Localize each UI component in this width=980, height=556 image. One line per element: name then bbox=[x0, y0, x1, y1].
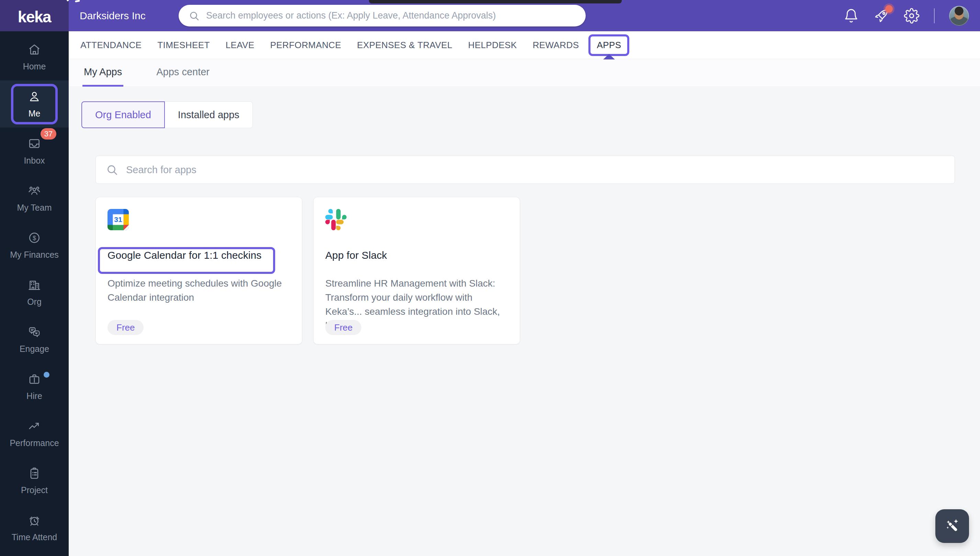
engage-icon bbox=[27, 325, 41, 339]
whats-new-rocket-icon[interactable] bbox=[874, 8, 889, 24]
project-clipboard-icon bbox=[27, 466, 41, 480]
app-card-slack[interactable]: App for Slack Streamline HR Management w… bbox=[313, 197, 520, 344]
hire-notification-dot bbox=[44, 372, 50, 378]
home-icon bbox=[27, 43, 41, 57]
apps-subnav: My Apps Apps center bbox=[69, 59, 980, 87]
sidebar-item-label: Org bbox=[27, 297, 42, 307]
topbar-actions bbox=[843, 0, 969, 31]
team-icon bbox=[27, 184, 41, 197]
sidebar-item-label: Me bbox=[29, 108, 40, 118]
screen-overlay-strip bbox=[369, 0, 622, 3]
slack-icon bbox=[325, 209, 347, 230]
keka-logo[interactable]: keka bbox=[0, 0, 69, 31]
tab-expenses-travel[interactable]: EXPENSES & TRAVEL bbox=[357, 40, 452, 50]
tab-apps[interactable]: APPS bbox=[588, 34, 629, 56]
tab-attendance[interactable]: ATTENDANCE bbox=[81, 40, 142, 50]
apps-filter-segmented: Org Enabled Installed apps bbox=[81, 101, 253, 128]
sidebar-item-home[interactable]: Home bbox=[0, 33, 69, 81]
performance-trend-icon bbox=[27, 419, 41, 433]
price-badge: Free bbox=[325, 320, 361, 335]
sidebar-item-label: Performance bbox=[10, 438, 59, 448]
search-icon bbox=[188, 10, 200, 22]
google-calendar-icon: 31 bbox=[108, 209, 129, 230]
sidebar-item-inbox[interactable]: 37 Inbox bbox=[0, 128, 69, 175]
app-card-title: App for Slack bbox=[325, 249, 508, 261]
topbar: keka Darksiders Inc bbox=[0, 0, 980, 31]
sidebar-item-label: Inbox bbox=[24, 156, 45, 166]
app-card-title: Google Calendar for 1:1 checkins bbox=[108, 249, 290, 261]
org-enabled-button[interactable]: Org Enabled bbox=[81, 101, 165, 128]
svg-text:31: 31 bbox=[114, 215, 122, 223]
keka-logo-text: keka bbox=[18, 8, 51, 26]
sidebar-item-my-team[interactable]: My Team bbox=[0, 175, 69, 221]
topbar-divider bbox=[934, 8, 935, 23]
rocket-notification-dot bbox=[885, 5, 893, 13]
sidebar-item-time-attend[interactable]: Time Attend bbox=[0, 504, 69, 551]
finances-icon: $ bbox=[27, 231, 41, 245]
company-name: Darksiders Inc bbox=[80, 0, 146, 31]
search-icon bbox=[105, 163, 119, 176]
notifications-bell-icon[interactable] bbox=[843, 8, 859, 24]
org-icon bbox=[27, 278, 41, 292]
tab-timesheet[interactable]: TIMESHEET bbox=[157, 40, 210, 50]
magic-wand-icon bbox=[942, 516, 962, 536]
sidebar-item-org[interactable]: Org bbox=[0, 269, 69, 316]
sidebar-item-hire[interactable]: Hire bbox=[0, 363, 69, 410]
apps-search-input[interactable] bbox=[126, 164, 945, 176]
sidebar-item-me[interactable]: Me bbox=[0, 81, 69, 128]
global-search-input[interactable] bbox=[206, 10, 576, 21]
sidebar-item-performance[interactable]: Performance bbox=[0, 410, 69, 457]
sidebar-item-engage[interactable]: Engage bbox=[0, 316, 69, 363]
main-nav: ATTENDANCE TIMESHEET LEAVE PERFORMANCE E… bbox=[69, 31, 980, 59]
global-search[interactable] bbox=[179, 5, 586, 26]
sidebar-item-my-finances[interactable]: $ My Finances bbox=[0, 221, 69, 269]
time-attend-clock-icon bbox=[27, 513, 41, 527]
svg-text:$: $ bbox=[33, 234, 36, 241]
sidebar-item-label: Time Attend bbox=[12, 532, 57, 542]
user-avatar[interactable] bbox=[949, 6, 969, 26]
tab-leave[interactable]: LEAVE bbox=[226, 40, 255, 50]
tab-performance[interactable]: PERFORMANCE bbox=[270, 40, 342, 50]
app-root: keka Darksiders Inc bbox=[0, 0, 980, 556]
subtab-apps-center[interactable]: Apps center bbox=[155, 59, 211, 87]
subtab-my-apps[interactable]: My Apps bbox=[82, 59, 123, 87]
settings-gear-icon[interactable] bbox=[904, 8, 920, 24]
magic-wand-button[interactable] bbox=[935, 509, 969, 543]
sidebar-item-label: My Team bbox=[17, 203, 52, 213]
apps-search[interactable] bbox=[95, 156, 955, 184]
tab-rewards[interactable]: REWARDS bbox=[533, 40, 579, 50]
sidebar-item-label: My Finances bbox=[10, 250, 59, 260]
app-card-description: Optimize meeting schedules with Google C… bbox=[108, 276, 290, 304]
inbox-icon bbox=[27, 137, 41, 150]
inbox-count-badge: 37 bbox=[40, 128, 56, 139]
sidebar-item-project[interactable]: Project bbox=[0, 457, 69, 504]
sidebar-item-label: Hire bbox=[26, 391, 42, 401]
keka-spark-icon bbox=[65, 0, 81, 3]
sidebar: Home Me 37 Inbox My Team $ My Finances O… bbox=[0, 31, 69, 556]
installed-apps-button[interactable]: Installed apps bbox=[165, 101, 253, 128]
tab-helpdesk[interactable]: HELPDESK bbox=[468, 40, 517, 50]
hire-briefcase-icon bbox=[27, 372, 41, 386]
sidebar-item-label: Project bbox=[21, 485, 48, 495]
app-card-google-calendar[interactable]: 31 Google Calendar for 1:1 checkins Opti… bbox=[95, 197, 302, 344]
sidebar-item-label: Home bbox=[23, 61, 46, 71]
sidebar-item-label: Engage bbox=[19, 344, 49, 354]
user-icon bbox=[27, 90, 41, 103]
price-badge: Free bbox=[108, 320, 143, 335]
